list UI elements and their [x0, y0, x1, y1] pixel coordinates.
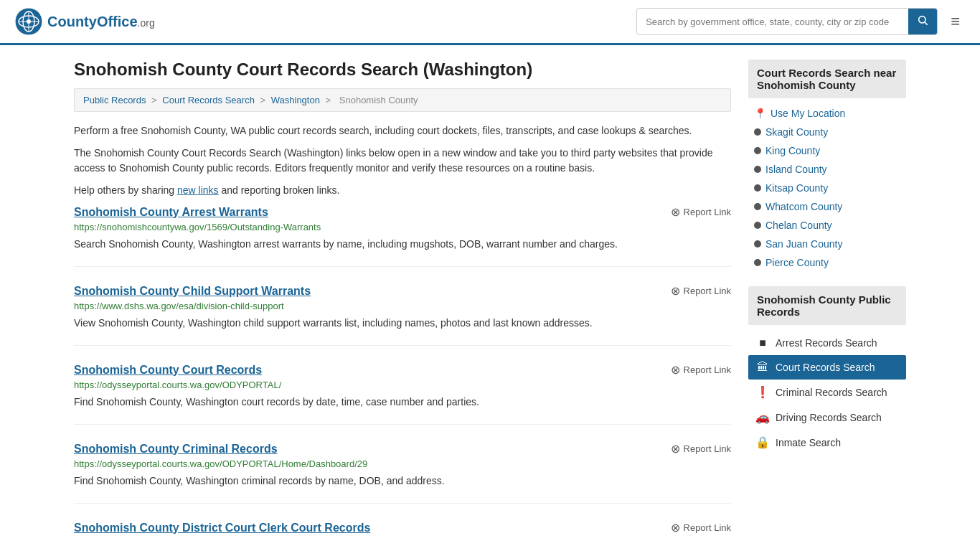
nearby-link-label: Pierce County [765, 257, 829, 268]
report-icon: ⊗ [671, 363, 680, 377]
report-icon: ⊗ [671, 205, 680, 219]
nearby-link-2[interactable]: King County [748, 141, 906, 160]
result-title-row: Snohomish County Court Records ⊗ Report … [74, 363, 731, 377]
result-title[interactable]: Snohomish County Child Support Warrants [74, 285, 311, 298]
page-title: Snohomish County Court Records Search (W… [74, 60, 731, 80]
pub-record-icon: ❗ [755, 385, 770, 399]
nearby-link-4[interactable]: Kitsap County [748, 179, 906, 197]
result-url[interactable]: https://www.dshs.wa.gov/esa/division-chi… [74, 301, 731, 311]
result-item: Snohomish County District Court Clerk Co… [74, 521, 731, 551]
result-title[interactable]: Snohomish County District Court Clerk Co… [74, 522, 370, 534]
desc3-post: and reporting broken links. [219, 184, 340, 196]
results-container: Snohomish County Arrest Warrants ⊗ Repor… [74, 205, 731, 551]
nearby-link-label: Island County [765, 164, 827, 175]
breadcrumb-snohomish: Snohomish County [339, 95, 418, 105]
description2: The Snohomish County Court Records Searc… [74, 146, 731, 176]
svg-point-6 [919, 17, 925, 23]
result-url[interactable]: https://odysseyportal.courts.wa.gov/ODYP… [74, 458, 731, 469]
pub-record-item-1[interactable]: 🏛 Court Records Search [748, 355, 906, 380]
result-title-row: Snohomish County Criminal Records ⊗ Repo… [74, 442, 731, 456]
report-label: Report Link [684, 443, 731, 454]
pub-record-item-4[interactable]: 🔒 Inmate Search [748, 430, 906, 455]
breadcrumb-court-records[interactable]: Court Records Search [162, 95, 255, 105]
public-records-header: Snohomish County Public Records [748, 286, 906, 325]
nearby-link-label: Chelan County [765, 220, 832, 231]
nearby-header: Court Records Search near Snohomish Coun… [748, 60, 906, 98]
nearby-link-3[interactable]: Island County [748, 160, 906, 179]
menu-icon[interactable]: ≡ [945, 9, 966, 34]
logo-text: CountyOffice.org [47, 14, 155, 30]
report-link[interactable]: ⊗ Report Link [671, 363, 731, 377]
report-link[interactable]: ⊗ Report Link [671, 442, 731, 456]
report-link[interactable]: ⊗ Report Link [671, 284, 731, 298]
sidebar: Court Records Search near Snohomish Coun… [748, 60, 906, 551]
result-desc: Search Snohomish County, Washington arre… [74, 237, 731, 252]
breadcrumb-public-records[interactable]: Public Records [83, 95, 146, 105]
content-area: Snohomish County Court Records Search (W… [74, 60, 731, 551]
result-desc: Find Snohomish County, Washington court … [74, 395, 731, 410]
nearby-link-label: Skagit County [765, 126, 828, 138]
result-url[interactable]: https://snohomishcountywa.gov/1569/Outst… [74, 222, 731, 232]
header-right: ≡ [636, 8, 966, 35]
dot-icon [754, 184, 761, 192]
main-container: Snohomish County Court Records Search (W… [60, 45, 920, 551]
pub-record-item-0[interactable]: ■ Arrest Records Search [748, 331, 906, 355]
pub-record-item-3[interactable]: 🚗 Driving Records Search [748, 405, 906, 430]
nearby-link-0[interactable]: 📍Use My Location [748, 104, 906, 123]
nearby-link-5[interactable]: Whatcom County [748, 197, 906, 216]
report-link[interactable]: ⊗ Report Link [671, 521, 731, 534]
breadcrumb: Public Records > Court Records Search > … [74, 88, 731, 112]
pub-record-label: Arrest Records Search [776, 337, 877, 349]
result-title[interactable]: Snohomish County Arrest Warrants [74, 206, 268, 219]
pub-record-icon: 🔒 [755, 435, 770, 449]
pub-records-items: ■ Arrest Records Search 🏛 Court Records … [748, 331, 906, 455]
search-button[interactable] [908, 9, 937, 34]
breadcrumb-sep3: > [326, 95, 334, 105]
result-item: Snohomish County Criminal Records ⊗ Repo… [74, 442, 731, 504]
nearby-link-label: Use My Location [771, 108, 845, 119]
nearby-link-1[interactable]: Skagit County [748, 123, 906, 141]
result-item: Snohomish County Court Records ⊗ Report … [74, 363, 731, 425]
nearby-link-label: King County [765, 145, 820, 156]
header: CountyOffice.org ≡ [0, 0, 980, 45]
dot-icon [754, 259, 761, 266]
pub-record-item-2[interactable]: ❗ Criminal Records Search [748, 380, 906, 405]
dot-icon [754, 147, 761, 154]
description1: Perform a free Snohomish County, WA publ… [74, 123, 731, 138]
dot-icon [754, 166, 761, 173]
result-title[interactable]: Snohomish County Court Records [74, 364, 262, 377]
nearby-link-label: San Juan County [765, 238, 842, 250]
logo[interactable]: CountyOffice.org [14, 7, 155, 36]
result-title-row: Snohomish County Arrest Warrants ⊗ Repor… [74, 205, 731, 219]
nearby-link-label: Whatcom County [765, 201, 842, 212]
breadcrumb-sep1: > [151, 95, 159, 105]
result-title-row: Snohomish County District Court Clerk Co… [74, 521, 731, 534]
report-label: Report Link [684, 522, 731, 533]
report-link[interactable]: ⊗ Report Link [671, 205, 731, 219]
nearby-link-8[interactable]: Pierce County [748, 253, 906, 272]
dot-icon [754, 240, 761, 248]
desc3-pre: Help others by sharing [74, 184, 177, 196]
svg-line-7 [925, 22, 928, 25]
nearby-link-7[interactable]: San Juan County [748, 235, 906, 253]
breadcrumb-washington[interactable]: Washington [271, 95, 320, 105]
report-icon: ⊗ [671, 284, 680, 298]
result-url[interactable]: https://odysseyportal.courts.wa.gov/ODYP… [74, 380, 731, 390]
report-icon: ⊗ [671, 442, 680, 456]
logo-icon [14, 7, 43, 36]
result-title[interactable]: Snohomish County Criminal Records [74, 443, 278, 456]
report-icon: ⊗ [671, 521, 680, 534]
dot-icon [754, 128, 761, 136]
pub-record-icon: ■ [755, 336, 770, 349]
result-desc: View Snohomish County, Washington child … [74, 316, 731, 331]
search-input[interactable] [637, 11, 908, 33]
nearby-link-6[interactable]: Chelan County [748, 216, 906, 235]
result-title-row: Snohomish County Child Support Warrants … [74, 284, 731, 298]
pub-record-label: Court Records Search [776, 362, 875, 373]
result-item: Snohomish County Child Support Warrants … [74, 284, 731, 346]
breadcrumb-sep2: > [260, 95, 268, 105]
description3: Help others by sharing new links and rep… [74, 183, 731, 198]
report-label: Report Link [684, 207, 731, 217]
new-links-link[interactable]: new links [177, 184, 219, 196]
report-label: Report Link [684, 364, 731, 375]
